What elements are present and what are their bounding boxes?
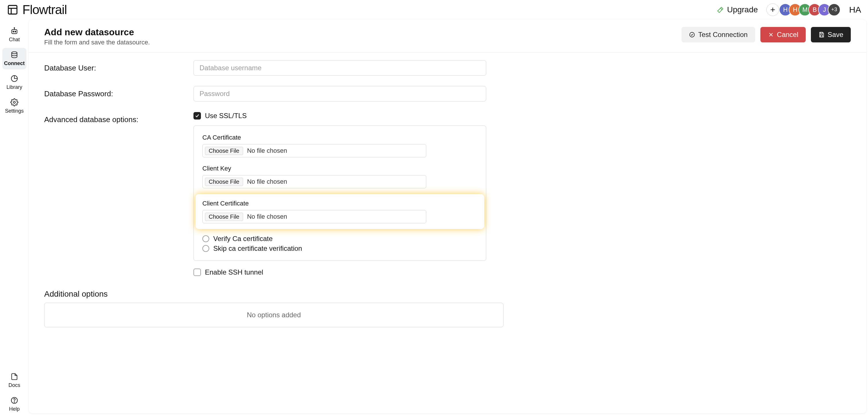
main-panel: Add new datasource Fill the form and sav… [29, 20, 866, 413]
form-scroll-area[interactable]: Database User: Database Password: Advanc… [29, 53, 866, 413]
avatar-overflow[interactable]: +3 [828, 3, 840, 16]
button-label: Save [828, 31, 843, 39]
brand: Flowtrail [7, 3, 67, 17]
svg-point-5 [15, 31, 16, 32]
save-icon [818, 32, 825, 38]
svg-rect-0 [8, 5, 17, 14]
svg-point-4 [13, 31, 14, 32]
file-status: No file chosen [247, 178, 287, 185]
svg-rect-3 [12, 30, 17, 34]
skip-ca-radio[interactable] [203, 245, 209, 252]
skip-ca-label: Skip ca certificate verification [213, 244, 302, 252]
brand-name: Flowtrail [22, 3, 67, 17]
page-header: Add new datasource Fill the form and sav… [29, 20, 866, 53]
sidebar-item-chat[interactable]: Chat [2, 24, 26, 45]
client-key-label: Client Key [203, 165, 477, 172]
sidebar-item-label: Chat [9, 37, 20, 43]
cancel-button[interactable]: Cancel [761, 27, 806, 42]
choose-file-button[interactable]: Choose File [205, 147, 243, 155]
svg-point-8 [12, 52, 17, 54]
upgrade-button[interactable]: Upgrade [717, 5, 758, 14]
button-label: Cancel [777, 31, 799, 39]
svg-point-13 [690, 32, 694, 37]
topbar: Flowtrail Upgrade + HHMBJ+3 HA [0, 0, 868, 20]
choose-file-button[interactable]: Choose File [205, 178, 243, 186]
avatar-stack[interactable]: HHMBJ+3 [782, 3, 840, 16]
svg-point-12 [14, 402, 14, 403]
client-key-file-input[interactable]: Choose File No file chosen [203, 175, 426, 188]
verify-ca-label: Verify Ca certificate [213, 235, 273, 243]
file-status: No file chosen [247, 213, 287, 220]
upgrade-label: Upgrade [727, 5, 758, 14]
sidebar-item-label: Help [9, 406, 20, 412]
save-button[interactable]: Save [811, 27, 851, 42]
additional-options-title: Additional options [44, 289, 503, 299]
page-subtitle: Fill the form and save the datasource. [44, 39, 150, 46]
db-user-input[interactable] [193, 60, 486, 76]
svg-point-10 [13, 101, 16, 103]
test-connection-button[interactable]: Test Connection [681, 27, 755, 42]
gear-icon [10, 98, 19, 106]
brand-logo-icon [7, 4, 19, 15]
sidebar: Chat Connect Library Settings [0, 20, 29, 415]
button-label: Test Connection [698, 31, 747, 39]
right-gutter [513, 55, 782, 327]
additional-options-box: No options added [44, 303, 503, 327]
sidebar-item-docs[interactable]: Docs [2, 370, 26, 391]
add-button[interactable]: + [766, 3, 779, 16]
ca-cert-file-input[interactable]: Choose File No file chosen [203, 144, 426, 157]
use-ssl-label: Use SSL/TLS [205, 112, 247, 120]
advanced-options-label: Advanced database options: [44, 112, 193, 124]
magic-wand-icon [717, 6, 724, 13]
client-cert-label: Client Certificate [203, 200, 477, 207]
svg-point-7 [14, 28, 14, 28]
sidebar-item-help[interactable]: Help [2, 393, 26, 415]
sidebar-item-label: Connect [4, 61, 25, 67]
sidebar-item-connect[interactable]: Connect [2, 48, 26, 69]
robot-icon [10, 27, 19, 35]
check-icon [195, 113, 200, 118]
additional-options-empty: No options added [247, 311, 301, 319]
ca-cert-label: CA Certificate [203, 134, 477, 141]
sidebar-item-settings[interactable]: Settings [2, 96, 26, 117]
file-icon [10, 373, 19, 381]
profile-menu[interactable]: HA [849, 5, 861, 14]
verify-ca-radio[interactable] [203, 235, 209, 242]
enable-ssh-label: Enable SSH tunnel [205, 268, 263, 276]
page-title: Add new datasource [44, 27, 150, 38]
db-user-label: Database User: [44, 60, 193, 72]
sidebar-item-label: Settings [5, 108, 24, 114]
sidebar-item-library[interactable]: Library [2, 72, 26, 93]
file-status: No file chosen [247, 147, 287, 154]
db-password-input[interactable] [193, 86, 486, 101]
use-ssl-checkbox[interactable] [193, 112, 201, 119]
sidebar-item-label: Library [6, 84, 22, 90]
pie-chart-icon [10, 74, 19, 82]
svg-rect-17 [820, 35, 823, 37]
choose-file-button[interactable]: Choose File [205, 213, 243, 221]
x-icon [768, 32, 774, 38]
enable-ssh-checkbox[interactable] [193, 269, 201, 276]
db-password-label: Database Password: [44, 86, 193, 98]
client-cert-file-input[interactable]: Choose File No file chosen [203, 210, 426, 223]
check-circle-icon [689, 32, 695, 38]
sidebar-item-label: Docs [8, 382, 20, 388]
help-circle-icon [10, 396, 19, 404]
svg-rect-16 [820, 32, 823, 34]
ssl-options-box: CA Certificate Choose File No file chose… [193, 126, 486, 261]
database-icon [10, 51, 19, 59]
